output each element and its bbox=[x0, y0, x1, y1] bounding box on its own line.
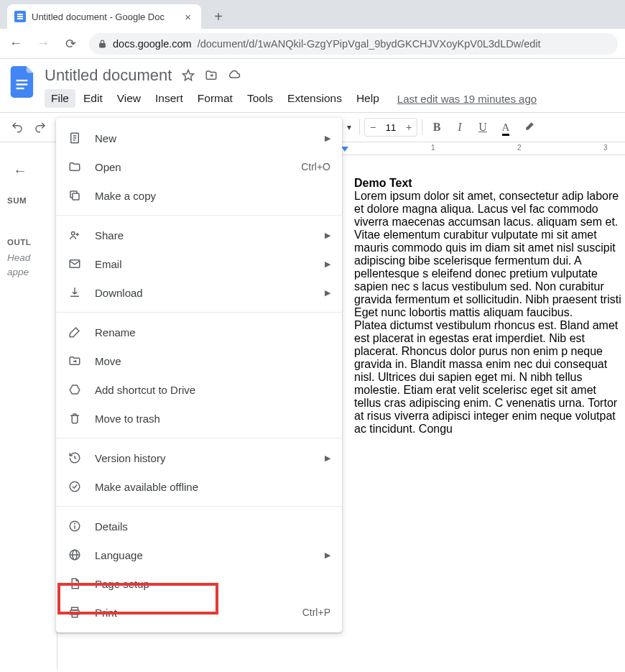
menu-extensions[interactable]: Extensions bbox=[281, 89, 348, 108]
history-icon bbox=[68, 451, 82, 465]
outline-back-icon[interactable]: ← bbox=[13, 162, 51, 179]
menu-trash[interactable]: Move to trash bbox=[56, 404, 342, 433]
email-icon bbox=[68, 257, 82, 271]
svg-point-14 bbox=[70, 482, 80, 492]
svg-point-17 bbox=[75, 523, 75, 524]
svg-point-10 bbox=[72, 232, 75, 236]
url-path: /document/d/1wANQkil-GzgYPipVgal_9bydGKC… bbox=[198, 38, 541, 50]
info-icon bbox=[68, 519, 82, 533]
font-size-stepper[interactable]: − + bbox=[364, 118, 417, 137]
bold-button[interactable]: B bbox=[427, 117, 447, 137]
svg-marker-4 bbox=[183, 70, 194, 80]
submenu-arrow-icon: ▶ bbox=[325, 134, 330, 143]
share-icon bbox=[68, 228, 82, 242]
menu-details[interactable]: Details bbox=[56, 512, 342, 540]
outline-placeholder: Head appe bbox=[7, 251, 50, 280]
outline-heading: OUTL bbox=[7, 238, 51, 247]
italic-button[interactable]: I bbox=[450, 117, 470, 137]
browser-tab-strip: Untitled document - Google Doc × + bbox=[0, 0, 625, 29]
star-icon[interactable] bbox=[182, 69, 195, 82]
lock-icon bbox=[98, 39, 107, 49]
address-bar: ← → ⟳ docs.google.com/document/d/1wANQki… bbox=[0, 29, 625, 59]
menu-file[interactable]: File bbox=[45, 89, 75, 108]
submenu-arrow-icon: ▶ bbox=[325, 231, 330, 240]
tab-title: Untitled document - Google Doc bbox=[32, 11, 176, 22]
drive-shortcut-icon bbox=[68, 382, 82, 397]
print-icon bbox=[68, 605, 82, 620]
menu-version-history[interactable]: Version history ▶ bbox=[56, 443, 342, 472]
font-family-dropdown[interactable]: ▾ bbox=[343, 119, 355, 135]
menu-format[interactable]: Format bbox=[191, 89, 239, 108]
outline-panel: ← SUM OUTL Head appe bbox=[0, 142, 57, 669]
menu-help[interactable]: Help bbox=[350, 89, 386, 108]
file-menu-dropdown: New ▶ Open Ctrl+O Make a copy Share ▶ Em… bbox=[56, 118, 342, 632]
rename-icon bbox=[68, 325, 82, 339]
menu-rename[interactable]: Rename bbox=[56, 318, 342, 346]
nav-back-icon[interactable]: ← bbox=[7, 36, 24, 51]
menu-edit[interactable]: Edit bbox=[77, 89, 109, 108]
trash-icon bbox=[68, 411, 82, 425]
menu-move[interactable]: Move bbox=[56, 346, 342, 375]
doc-paragraph-1[interactable]: Lorem ipsum dolor sit amet, consectetur … bbox=[354, 190, 625, 319]
docs-favicon bbox=[14, 11, 26, 22]
menu-share[interactable]: Share ▶ bbox=[56, 221, 342, 249]
underline-button[interactable]: U bbox=[473, 117, 493, 137]
font-size-input[interactable] bbox=[381, 122, 401, 133]
nav-forward-icon[interactable]: → bbox=[34, 36, 52, 51]
page-setup-icon bbox=[68, 576, 82, 591]
svg-rect-1 bbox=[17, 80, 28, 81]
submenu-arrow-icon: ▶ bbox=[325, 454, 330, 463]
docs-logo-icon[interactable] bbox=[9, 63, 37, 101]
svg-rect-2 bbox=[17, 83, 28, 85]
font-size-increase[interactable]: + bbox=[401, 121, 417, 133]
nav-reload-icon[interactable]: ⟳ bbox=[62, 36, 79, 52]
svg-rect-9 bbox=[73, 193, 79, 200]
menu-download[interactable]: Download ▶ bbox=[56, 278, 342, 307]
new-tab-button[interactable]: + bbox=[208, 6, 228, 27]
doc-heading[interactable]: Demo Text bbox=[354, 177, 625, 190]
menu-print[interactable]: Print Ctrl+P bbox=[56, 598, 342, 627]
move-icon bbox=[68, 354, 82, 368]
offline-icon bbox=[68, 479, 82, 494]
highlight-button[interactable] bbox=[519, 117, 539, 137]
text-color-button[interactable]: A bbox=[496, 117, 516, 137]
menu-add-shortcut[interactable]: Add shortcut to Drive bbox=[56, 375, 342, 404]
folder-icon bbox=[68, 160, 82, 174]
menu-view[interactable]: View bbox=[111, 89, 147, 108]
download-icon bbox=[68, 285, 82, 300]
svg-rect-3 bbox=[17, 88, 24, 89]
undo-button[interactable] bbox=[7, 117, 27, 137]
menu-page-setup[interactable]: Page setup bbox=[56, 569, 342, 598]
menu-insert[interactable]: Insert bbox=[149, 89, 190, 108]
submenu-arrow-icon: ▶ bbox=[325, 259, 330, 269]
menu-offline[interactable]: Make available offline bbox=[56, 472, 342, 501]
cloud-status-icon[interactable] bbox=[228, 69, 241, 82]
redo-button[interactable] bbox=[30, 117, 50, 137]
submenu-arrow-icon: ▶ bbox=[325, 288, 330, 298]
doc-title-input[interactable]: Untitled document bbox=[45, 66, 172, 85]
url-input[interactable]: docs.google.com/document/d/1wANQkil-GzgY… bbox=[89, 33, 618, 55]
move-folder-icon[interactable] bbox=[205, 69, 218, 82]
docs-header: Untitled document File Edit View Insert … bbox=[0, 59, 625, 112]
menu-make-copy[interactable]: Make a copy bbox=[56, 181, 342, 210]
url-domain: docs.google.com bbox=[113, 38, 192, 50]
menu-email[interactable]: Email ▶ bbox=[56, 249, 342, 278]
svg-rect-0 bbox=[100, 43, 106, 47]
last-edit-link[interactable]: Last edit was 19 minutes ago bbox=[397, 93, 537, 105]
browser-tab[interactable]: Untitled document - Google Doc × bbox=[7, 4, 201, 29]
copy-icon bbox=[68, 188, 82, 203]
tab-close-icon[interactable]: × bbox=[182, 11, 194, 23]
globe-icon bbox=[68, 548, 82, 562]
menu-new[interactable]: New ▶ bbox=[56, 124, 342, 152]
doc-paragraph-2[interactable]: Platea dictumst vestibulum rhoncus est. … bbox=[354, 319, 625, 436]
menu-bar: File Edit View Insert Format Tools Exten… bbox=[45, 86, 616, 112]
font-size-decrease[interactable]: − bbox=[365, 121, 381, 133]
menu-tools[interactable]: Tools bbox=[241, 89, 279, 108]
menu-open[interactable]: Open Ctrl+O bbox=[56, 152, 342, 181]
new-doc-icon bbox=[68, 131, 82, 145]
submenu-arrow-icon: ▶ bbox=[325, 551, 330, 560]
menu-language[interactable]: Language ▶ bbox=[56, 540, 342, 569]
summary-heading: SUM bbox=[7, 196, 51, 205]
